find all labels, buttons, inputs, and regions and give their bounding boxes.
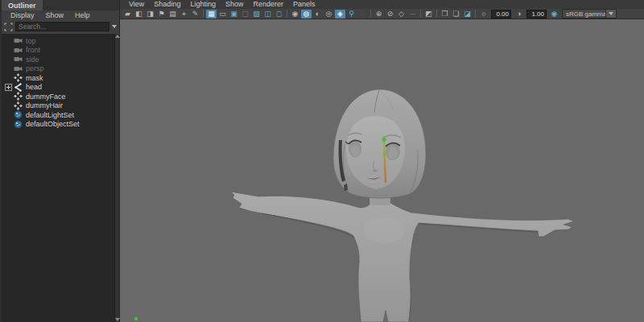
snap-plane-icon[interactable]: ─ — [407, 10, 418, 19]
image-plane-icon[interactable]: ▤ — [167, 10, 178, 19]
select-highlight-icon[interactable]: ◩ — [423, 10, 434, 19]
copy-buffer-icon[interactable]: ❐ — [440, 10, 450, 19]
select-camera-icon[interactable]: ▰ — [122, 10, 133, 19]
xray-joints-icon[interactable]: ◫ — [262, 10, 273, 19]
viewport-panel: View Shading Lighting Show Renderer Pane… — [120, 0, 644, 322]
motion-blur-icon[interactable]: ◌ — [357, 10, 368, 19]
xray-icon[interactable]: ▧ — [251, 10, 262, 19]
outliner-item-dummyFace[interactable]: dummyFace — [2, 92, 114, 101]
isolate-select-icon[interactable]: ◻ — [274, 10, 284, 19]
lock-camera-icon[interactable]: ◧ — [134, 10, 144, 19]
locator-icon — [14, 92, 23, 101]
viewport-snapshot-icon[interactable]: ◪ — [462, 10, 473, 19]
character-body[interactable] — [230, 192, 574, 322]
scroll-up-icon[interactable] — [115, 35, 120, 38]
outliner-item-front[interactable]: front — [2, 46, 114, 56]
menu-renderer[interactable]: Renderer — [248, 0, 288, 9]
outliner-item-top[interactable]: top — [2, 36, 114, 46]
outliner-item-head[interactable]: head — [2, 83, 114, 93]
locator-icon — [14, 101, 23, 110]
camera-attributes-icon[interactable]: ◨ — [145, 10, 155, 19]
camera-icon — [14, 55, 23, 64]
menu-show[interactable]: Show — [221, 0, 249, 9]
textured-lights-icon[interactable]: ◈ — [335, 10, 345, 19]
grease-pencil-icon[interactable]: ✎ — [190, 10, 200, 19]
outliner-titlebar: Outliner — [2, 0, 119, 10]
axis-gnomon-y-icon — [134, 317, 138, 320]
menu-shading[interactable]: Shading — [149, 0, 185, 9]
outliner-item-mask[interactable]: mask — [2, 73, 114, 83]
joint-mid-marker — [383, 152, 385, 157]
exposure-field[interactable]: 0.00 — [491, 10, 511, 19]
shadows-icon[interactable]: ◐ — [312, 10, 323, 19]
viewport-menubar: View Shading Lighting Show Renderer Pane… — [120, 0, 644, 9]
outliner-body: top front side — [2, 34, 119, 322]
outliner-item-dummyHair[interactable]: dummyHair — [2, 101, 114, 111]
outliner-panel: Outliner Display Show Help Search... — [0, 0, 120, 322]
outliner-list: top front side — [2, 34, 114, 322]
search-input[interactable]: Search... — [15, 22, 109, 31]
pan-zoom-icon[interactable]: ⌖ — [179, 10, 189, 19]
menu-view[interactable]: View — [124, 0, 149, 9]
outliner-menu-help[interactable]: Help — [69, 10, 96, 21]
exposure-icon[interactable]: ☼ — [478, 10, 489, 19]
camera-icon — [14, 64, 23, 73]
menu-lighting[interactable]: Lighting — [185, 0, 221, 9]
textured-icon[interactable]: ▣ — [229, 10, 239, 19]
color-space-dropdown[interactable]: sRGB gamma — [562, 9, 617, 19]
smooth-shade-icon[interactable]: ▭ — [217, 10, 228, 19]
outliner-menubar: Display Show Help — [2, 10, 119, 21]
light-stand-icon[interactable]: ⚲ — [346, 10, 357, 19]
maya-window: Outliner Display Show Help Search... — [0, 0, 644, 322]
outliner-item-side[interactable]: side — [2, 55, 114, 64]
outliner-item-defaultObjectSet[interactable]: defaultObjectSet — [2, 120, 114, 130]
snap-point-icon[interactable]: ◇ — [396, 10, 407, 19]
paste-buffer-icon[interactable]: ❏ — [451, 10, 461, 19]
snap-curve-icon[interactable]: ⊘ — [385, 10, 395, 19]
locator-icon — [14, 73, 23, 82]
scroll-down-icon[interactable] — [115, 318, 120, 321]
gamma-field[interactable]: 1.00 — [526, 10, 547, 19]
bookmark-icon[interactable]: ⚑ — [156, 10, 167, 19]
color-management-icon[interactable]: ◉ — [549, 10, 559, 19]
dropdown-caret-icon[interactable] — [605, 10, 616, 18]
outliner-search-row: Search... — [2, 21, 119, 34]
menu-panels[interactable]: Panels — [288, 0, 320, 9]
set-icon — [14, 120, 23, 129]
filter-icon[interactable] — [4, 23, 13, 31]
set-icon — [14, 110, 23, 119]
expand-toggle-icon[interactable] — [5, 84, 12, 91]
outliner-menu-show[interactable]: Show — [40, 10, 70, 21]
outliner-menu-display[interactable]: Display — [5, 10, 40, 21]
camera-icon — [14, 36, 23, 45]
viewport-toolbar: ▰ ◧ ◨ ⚑ ▤ ⌖ ✎ ▦ ▭ ▣ ▢ ▧ ◫ ◻ ◉ ◍ ◐ ◎ ◈ ⚲ … — [120, 9, 644, 19]
all-lights-icon[interactable]: ◉ — [290, 10, 300, 19]
snap-grid-icon[interactable]: ⊕ — [374, 10, 384, 19]
search-options-caret-icon[interactable] — [112, 25, 117, 28]
camera-icon — [14, 46, 23, 55]
occlusion-icon[interactable]: ◎ — [324, 10, 334, 19]
gamma-icon[interactable]: ◑ — [514, 10, 524, 19]
wireframe-icon[interactable]: ▦ — [206, 10, 217, 19]
outliner-scrollbar[interactable] — [114, 34, 119, 322]
default-material-icon[interactable]: ▢ — [240, 10, 250, 19]
joint-icon — [14, 83, 23, 92]
outliner-item-persp[interactable]: persp — [2, 64, 114, 74]
scene-3d[interactable] — [120, 19, 644, 322]
default-light-icon[interactable]: ◍ — [301, 10, 312, 19]
outliner-tab[interactable]: Outliner — [2, 0, 43, 10]
viewport-canvas[interactable] — [120, 19, 644, 322]
outliner-item-defaultLightSet[interactable]: defaultLightSet — [2, 110, 114, 120]
